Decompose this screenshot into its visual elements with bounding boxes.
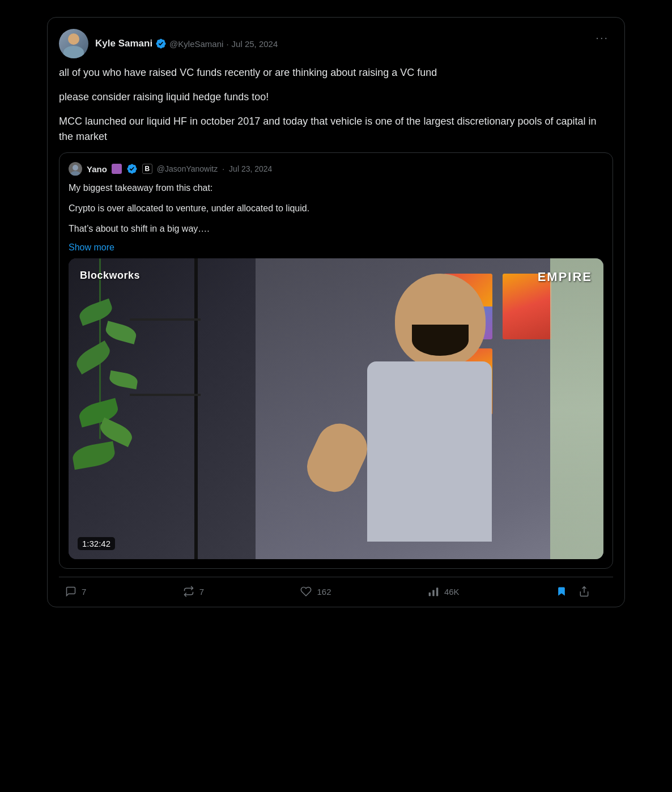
bookmark-icon: [555, 585, 568, 598]
quoted-avatar: [69, 162, 82, 176]
tweet-paragraph-1: all of you who have raised VC funds rece…: [59, 65, 613, 80]
svg-point-0: [73, 165, 78, 171]
quoted-handle: @JasonYanowitz: [157, 164, 218, 173]
video-scene: Blockworks EMPIRE 1:32:42: [69, 258, 603, 559]
reply-action[interactable]: 7: [65, 585, 86, 598]
svg-point-1: [70, 171, 80, 176]
verified-icon: [155, 38, 167, 49]
person-head: [395, 274, 486, 367]
person-hand: [299, 416, 374, 500]
retweet-action[interactable]: 7: [182, 585, 204, 598]
shelf-bar: [194, 258, 198, 559]
svg-rect-4: [436, 587, 438, 596]
leaf-7: [71, 441, 116, 470]
video-left-panel: [69, 258, 272, 559]
author-name-row: Kyle Samani @KyleSamani · Jul 25, 2024: [95, 38, 278, 49]
tweet-actions: 7 7 162: [59, 577, 613, 607]
tweet-text: all of you who have raised VC funds rece…: [59, 65, 613, 144]
views-count: 46K: [444, 587, 460, 597]
avatar[interactable]: [59, 29, 88, 58]
svg-rect-2: [429, 593, 431, 597]
tweet-card: Kyle Samani @KyleSamani · Jul 25, 2024 ·…: [47, 17, 625, 607]
share-icon: [578, 585, 590, 598]
reply-icon: [65, 585, 77, 598]
heart-icon: [300, 585, 312, 598]
badge-purple-icon: [112, 164, 122, 174]
views-action[interactable]: 46K: [427, 585, 460, 598]
quoted-tweet-text: My biggest takeaway from this chat: Cryp…: [69, 181, 603, 236]
tweet-date: Jul 25, 2024: [232, 39, 278, 49]
badge-blockworks-icon: B: [142, 164, 152, 174]
share-action[interactable]: [578, 585, 590, 598]
quoted-verified-icon: [126, 163, 138, 174]
like-action[interactable]: 162: [300, 585, 331, 598]
tweet-header-left: Kyle Samani @KyleSamani · Jul 25, 2024: [59, 29, 278, 58]
leaf-4: [108, 371, 139, 389]
action-right-group: [555, 585, 590, 598]
retweet-count: 7: [199, 587, 204, 597]
video-player[interactable]: Blockworks EMPIRE 1:32:42: [69, 258, 603, 559]
reply-count: 7: [82, 587, 86, 597]
quoted-date: Jul 23, 2024: [229, 164, 272, 173]
author-info: Kyle Samani @KyleSamani · Jul 25, 2024: [95, 38, 278, 49]
tweet-paragraph-3: MCC launched our liquid HF in october 20…: [59, 114, 613, 144]
window: [550, 258, 603, 559]
bookmark-action[interactable]: [555, 585, 568, 598]
shelf-2: [130, 394, 201, 396]
author-name[interactable]: Kyle Samani: [95, 38, 152, 49]
blockworks-logo: Blockworks: [80, 270, 140, 282]
person-beard: [412, 325, 469, 356]
retweet-icon: [182, 585, 195, 598]
empire-logo: EMPIRE: [538, 270, 592, 284]
shelf-1: [130, 318, 201, 321]
video-duration: 1:32:42: [78, 537, 115, 550]
views-icon: [427, 585, 440, 598]
tweet-paragraph-2: please consider raising liquid hedge fun…: [59, 90, 613, 105]
tweet-header: Kyle Samani @KyleSamani · Jul 25, 2024 ·…: [59, 29, 613, 58]
person-body: [367, 361, 492, 542]
quoted-tweet[interactable]: Yano B @JasonYanowitz · Jul 23, 2024 My …: [59, 152, 613, 569]
author-handle: @KyleSamani: [169, 39, 223, 49]
show-more-link[interactable]: Show more: [69, 242, 114, 252]
more-options-button[interactable]: ···: [591, 29, 613, 46]
quoted-line-2: Crypto is over allocated to venture, und…: [69, 202, 603, 215]
leaf-3: [73, 340, 113, 374]
likes-count: 162: [317, 587, 331, 597]
quoted-author-name: Yano: [87, 164, 107, 174]
leaf-2: [104, 321, 138, 344]
quoted-line-1: My biggest takeaway from this chat:: [69, 181, 603, 195]
quoted-tweet-header: Yano B @JasonYanowitz · Jul 23, 2024: [69, 162, 603, 176]
svg-rect-3: [432, 590, 434, 597]
quoted-line-3: That’s about to shift in a big way….: [69, 222, 603, 236]
